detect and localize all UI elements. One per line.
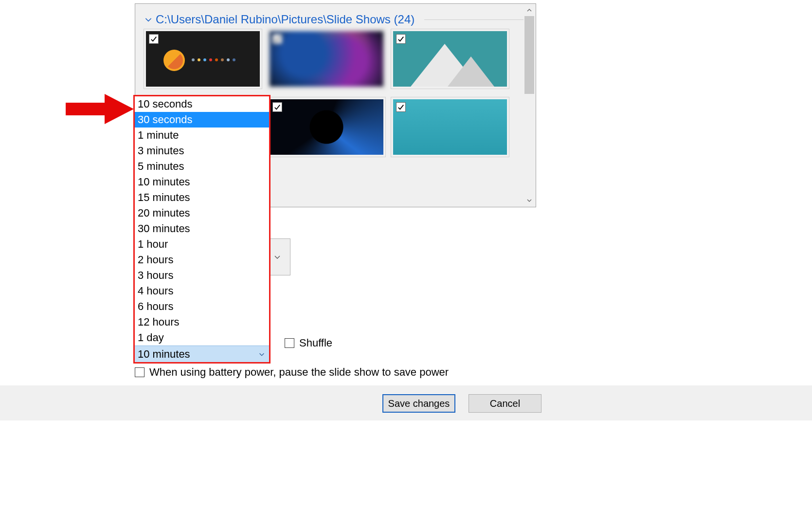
folder-path-label: C:\Users\Daniel Rubino\Pictures\Slide Sh… [156, 13, 415, 26]
save-button-label: Save changes [388, 398, 450, 409]
shuffle-row: Shuffle [285, 337, 332, 349]
interval-option[interactable]: 3 minutes [135, 143, 269, 159]
cancel-button[interactable]: Cancel [469, 394, 541, 413]
scroll-up-button[interactable] [523, 4, 535, 16]
thumbnail-checkbox[interactable] [272, 102, 282, 112]
interval-option[interactable]: 20 minutes [135, 205, 269, 221]
thumbnail-checkbox[interactable] [396, 34, 406, 44]
interval-option[interactable]: 3 hours [135, 268, 269, 283]
interval-option[interactable]: 1 minute [135, 128, 269, 143]
save-button[interactable]: Save changes [382, 394, 455, 413]
thumbnail-checkbox[interactable] [149, 34, 159, 44]
shuffle-label: Shuffle [299, 337, 332, 349]
interval-option[interactable]: 10 minutes [135, 174, 269, 190]
interval-dropdown-current[interactable]: 10 minutes [135, 346, 269, 362]
interval-option[interactable]: 10 seconds [135, 96, 269, 112]
battery-checkbox[interactable] [135, 367, 144, 377]
scroll-down-button[interactable] [523, 195, 535, 206]
thumbnail-checkbox[interactable] [396, 102, 406, 112]
interval-dropdown-list: 10 seconds30 seconds1 minute3 minutes5 m… [135, 96, 269, 346]
chevron-down-icon [258, 351, 265, 358]
wallpaper-thumbnail[interactable] [393, 31, 507, 87]
scrollbar-thumb[interactable] [524, 16, 534, 94]
interval-dropdown-open: 10 seconds30 seconds1 minute3 minutes5 m… [133, 95, 271, 364]
wallpaper-thumbnail[interactable] [146, 31, 260, 87]
wallpaper-thumbnail[interactable] [393, 99, 507, 155]
svg-marker-0 [66, 94, 134, 124]
cancel-button-label: Cancel [490, 398, 520, 409]
interval-dropdown-value: 10 minutes [138, 348, 190, 361]
interval-option[interactable]: 30 seconds [135, 112, 269, 128]
chevron-down-icon [273, 253, 281, 261]
interval-option[interactable]: 2 hours [135, 252, 269, 268]
battery-row: When using battery power, pause the slid… [135, 366, 449, 379]
callout-arrow-icon [66, 94, 134, 124]
interval-option[interactable]: 4 hours [135, 283, 269, 299]
interval-option[interactable]: 15 minutes [135, 190, 269, 205]
interval-option[interactable]: 1 day [135, 330, 269, 346]
interval-option[interactable]: 12 hours [135, 314, 269, 330]
scrollbar[interactable] [523, 4, 535, 206]
shuffle-checkbox[interactable] [285, 338, 294, 348]
interval-option[interactable]: 30 minutes [135, 221, 269, 237]
chevron-down-icon [144, 15, 153, 24]
interval-option[interactable]: 5 minutes [135, 159, 269, 174]
divider [424, 19, 529, 20]
wallpaper-thumbnail[interactable] [270, 31, 383, 87]
wallpaper-thumbnail[interactable] [270, 99, 383, 155]
folder-group-header[interactable]: C:\Users\Daniel Rubino\Pictures\Slide Sh… [142, 9, 529, 31]
interval-option[interactable]: 1 hour [135, 237, 269, 252]
thumbnail-checkbox[interactable] [272, 34, 282, 44]
scrollbar-track[interactable] [523, 16, 535, 195]
dialog-button-bar: Save changes Cancel [0, 385, 812, 420]
interval-option[interactable]: 6 hours [135, 299, 269, 314]
battery-label: When using battery power, pause the slid… [149, 366, 449, 379]
